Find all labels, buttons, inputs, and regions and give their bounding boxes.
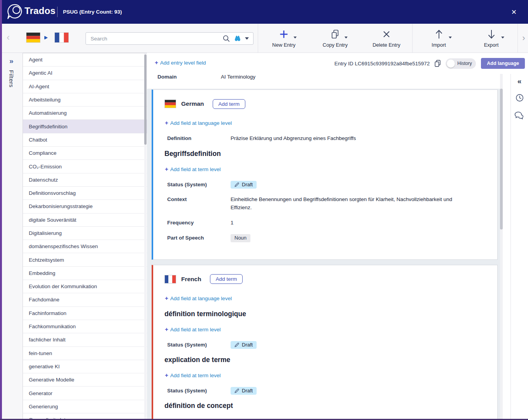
domain-row: Domain AI Terminology xyxy=(147,74,255,89)
add-field-language-level-link[interactable]: +Add field at language level xyxy=(165,119,486,126)
history-clock-icon[interactable] xyxy=(511,93,528,102)
term-list-item[interactable]: Embedding xyxy=(23,267,147,280)
term-list-item[interactable]: Arbeitsteilung xyxy=(23,93,147,107)
status-badge[interactable]: Draft xyxy=(231,387,257,395)
collapse-panel-icon[interactable]: « xyxy=(511,77,528,86)
previous-entry-chevron-icon[interactable]: ‹ xyxy=(7,33,10,42)
term-list-item[interactable]: Evolution der Kommunikation xyxy=(23,280,147,293)
add-field-language-level-label: Add field at language level xyxy=(170,296,232,301)
status-badge-label: Draft xyxy=(242,182,253,187)
chevron-down-icon[interactable] xyxy=(449,37,452,38)
term-list-item[interactable]: Compliance xyxy=(23,147,147,160)
import-button[interactable]: Import xyxy=(413,24,465,52)
term-list-scrollbar-thumb[interactable] xyxy=(144,54,147,145)
comments-chat-icon[interactable] xyxy=(511,111,528,120)
status-badge[interactable]: Draft xyxy=(231,181,257,189)
content-scrollbar-thumb[interactable] xyxy=(500,89,503,229)
term-list: AgentAgentic AIAI-AgentArbeitsteilungAut… xyxy=(23,53,147,419)
add-field-language-level-link[interactable]: +Add field at language level xyxy=(165,295,486,301)
term-list-item[interactable]: Gesundheitsdaten xyxy=(23,413,147,419)
field-row: ContextEinheitliche Benennungen und Begr… xyxy=(167,196,486,212)
term-list-item[interactable]: Definitionsvorschlag xyxy=(23,187,147,200)
add-field-language-level-label: Add field at language level xyxy=(170,120,232,126)
delete-entry-button[interactable]: Delete Entry xyxy=(361,24,412,52)
term-list-item[interactable]: Generative Modelle xyxy=(23,373,147,387)
term-list-item[interactable]: Begriffsdefinition xyxy=(23,120,147,133)
export-button[interactable]: Export xyxy=(465,24,518,52)
domain-label: Domain xyxy=(157,74,221,89)
term-list-item[interactable]: Digitalisierung xyxy=(23,227,147,240)
search-box xyxy=(86,32,254,45)
pencil-icon xyxy=(234,342,240,347)
term-list-item[interactable]: Chatbot xyxy=(23,133,147,147)
add-field-term-level-link[interactable]: +Add field at term level xyxy=(165,166,486,172)
term-list-item[interactable]: generative KI xyxy=(23,360,147,373)
add-entry-level-field-link[interactable]: + Add entry level field xyxy=(155,59,206,66)
term-list-item[interactable]: Fachkommunikation xyxy=(23,320,147,333)
add-term-button[interactable]: Add term xyxy=(213,99,246,109)
search-input[interactable] xyxy=(86,36,222,42)
arrow-down-icon xyxy=(486,29,497,40)
term-list-item[interactable]: Fachinformation xyxy=(23,307,147,320)
plus-icon: + xyxy=(165,119,168,126)
field-row: Status (System)Draft xyxy=(167,387,486,395)
export-label: Export xyxy=(484,42,499,48)
domain-value[interactable]: AI Terminology xyxy=(221,74,255,89)
field-label: Status (System) xyxy=(167,341,231,349)
term-list-item[interactable]: Echtzeitsystem xyxy=(23,253,147,266)
term-list-item[interactable]: domänenspezifisches Wissen xyxy=(23,240,147,253)
trados-window: Trados PSUG (Entry Count: 93) ✕ ‹ xyxy=(0,0,528,420)
copy-entry-id-icon[interactable] xyxy=(435,60,441,67)
term-list-item[interactable]: Agentic AI xyxy=(23,66,147,80)
add-field-term-level-link[interactable]: +Add field at term level xyxy=(165,372,486,378)
chevron-down-icon[interactable] xyxy=(294,37,297,38)
term-list-item[interactable]: Dekarbonisierungsstrategie xyxy=(23,200,147,213)
new-entry-button[interactable]: New Entry xyxy=(258,24,309,52)
status-badge[interactable]: Draft xyxy=(231,341,257,349)
chevron-down-icon[interactable] xyxy=(344,37,348,38)
add-language-button[interactable]: Add language xyxy=(481,58,525,69)
field-row: Status (System)Draft xyxy=(167,341,486,349)
next-entry-chevron-wrap: › xyxy=(518,24,528,52)
copy-entry-button[interactable]: Copy Entry xyxy=(309,24,361,52)
badge-holder: Draft xyxy=(231,387,257,395)
language-card-fr: FrenchAdd term+Add field at language lev… xyxy=(152,265,498,419)
fuzzy-search-binoculars-icon[interactable] xyxy=(234,35,241,42)
search-icon[interactable] xyxy=(222,35,230,42)
de-flag-icon xyxy=(164,100,176,108)
arrow-up-icon xyxy=(434,29,444,40)
search-options-chevron-down-icon[interactable] xyxy=(245,37,249,40)
add-field-term-level-label: Add field at term level xyxy=(170,166,221,172)
toggle-knob xyxy=(447,60,455,68)
next-entry-chevron-icon[interactable]: › xyxy=(522,33,525,43)
field-label: Status (System) xyxy=(167,181,231,189)
field-row: Status (System)Draft xyxy=(167,181,486,189)
value-badge: Noun xyxy=(231,234,250,242)
add-field-term-level-link[interactable]: +Add field at term level xyxy=(165,326,486,332)
term-list-item[interactable]: AI-Agent xyxy=(23,80,147,93)
chevron-down-icon[interactable] xyxy=(501,37,504,38)
filters-label: Filters xyxy=(8,70,15,88)
term-list-item[interactable]: Generierung xyxy=(23,400,147,413)
term-list-item[interactable]: fein-tunen xyxy=(23,347,147,360)
add-term-button[interactable]: Add term xyxy=(210,274,243,284)
term-list-item[interactable]: Fachdomäne xyxy=(23,293,147,306)
term-list-item[interactable]: Automatisierung xyxy=(23,107,147,120)
term-list-item[interactable]: Agent xyxy=(23,53,147,66)
entry-id: Entry ID LC6915c9399192a84fbe515972 xyxy=(334,61,430,66)
history-toggle[interactable]: History xyxy=(446,58,476,69)
close-icon[interactable]: ✕ xyxy=(511,8,517,16)
delete-entry-label: Delete Entry xyxy=(372,42,400,48)
delete-x-icon xyxy=(382,30,391,38)
field-value: Präzise Erklärung und Abgrenzung eines F… xyxy=(231,135,356,143)
term-list-item[interactable]: Datenschutz xyxy=(23,173,147,187)
term-list-item[interactable]: fachlicher Inhalt xyxy=(23,333,147,346)
term-list-item[interactable]: digitale Souveränität xyxy=(23,214,147,227)
term-list-item[interactable]: CO₂-Emission xyxy=(23,160,147,173)
badge-holder: Draft xyxy=(231,341,257,349)
term-list-item[interactable]: Generator xyxy=(23,387,147,400)
entry-actions-group: New Entry Copy Entry xyxy=(258,24,412,52)
language-name: French xyxy=(181,276,201,283)
expand-filters-icon[interactable]: » xyxy=(9,57,14,65)
plus-icon: + xyxy=(165,295,168,301)
